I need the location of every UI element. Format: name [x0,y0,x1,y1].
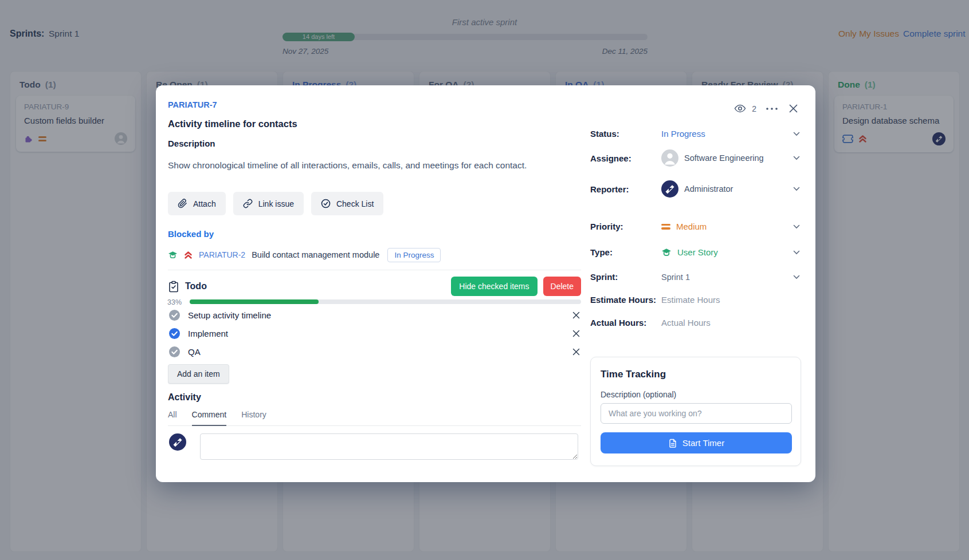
check-circle-icon [321,199,331,208]
issue-key: PARIATUR-7 [168,100,217,109]
add-item-button[interactable]: Add an item [168,364,229,384]
actual-hours-field[interactable]: Actual Hours [661,318,711,328]
graduation-cap-icon [168,251,178,259]
checklist-item: Setup activity timeline [168,309,581,322]
status-label: Status: [590,129,661,139]
type-value[interactable]: User Story [661,247,718,257]
x-icon[interactable] [571,310,581,320]
priority-label: Priority: [590,222,661,231]
activity-tabs: All Comment History [168,410,581,426]
watchers-count: 2 [752,104,756,113]
logo-avatar [661,180,678,198]
estimate-hours-row: Estimate Hours: Estimate Hours [590,295,801,305]
tab-comment[interactable]: Comment [192,410,227,426]
paperclip-icon [178,199,187,208]
time-tracking-card: Time Tracking Description (optional) Sta… [590,357,801,466]
tab-all[interactable]: All [168,410,177,425]
link-icon [243,199,253,208]
x-icon[interactable] [571,347,581,357]
priority-name: Medium [676,222,707,231]
start-timer-button[interactable]: Start Timer [601,432,792,453]
estimate-hours-label: Estimate Hours: [590,295,661,305]
chevron-down-icon[interactable] [792,131,801,137]
checklist-percent: 33% [167,298,182,306]
person-icon [661,149,678,167]
priority-row: Priority: Medium [590,222,801,231]
status-value[interactable]: In Progress [661,129,705,139]
reporter-value[interactable]: Administrator [661,180,733,198]
link-issue-button[interactable]: Link issue [233,192,304,215]
estimate-hours-field[interactable]: Estimate Hours [661,295,720,305]
assignee-label: Assignee: [590,153,661,163]
checklist-progress-fill [190,299,319,304]
check-list-label: Check List [336,199,374,208]
x-icon[interactable] [571,329,581,338]
attach-label: Attach [193,199,216,208]
hide-checked-items-button[interactable]: Hide checked items [451,277,537,296]
type-label: Type: [590,247,661,257]
delete-checklist-button[interactable]: Delete [543,277,581,296]
assignee-value[interactable]: Software Engineering [661,149,764,167]
logo-avatar [169,433,186,451]
watchers-eye-icon[interactable] [733,103,747,114]
issue-title: Activity timeline for contacts [168,119,297,129]
time-tracking-input[interactable] [601,403,792,424]
chevron-down-icon[interactable] [792,155,801,161]
description-label: Description [168,139,215,148]
chevron-down-icon[interactable] [792,186,801,192]
status-row: Status: In Progress [590,129,801,139]
divider [168,270,581,270]
blocked-issue-key[interactable]: PARIATUR-2 [199,250,245,259]
checkbox-circle-icon[interactable] [168,309,181,322]
blocked-by-label: Blocked by [168,229,214,239]
checkbox-circle-icon[interactable] [168,345,181,358]
type-name: User Story [677,247,718,257]
tab-history[interactable]: History [241,410,266,425]
double-chevron-up-icon [184,251,193,259]
blocked-issue-status-badge: In Progress [387,248,441,262]
reporter-label: Reporter: [590,184,661,194]
attach-button[interactable]: Attach [168,192,226,215]
sprint-row: Sprint: Sprint 1 [590,272,801,282]
activity-label: Activity [168,392,201,403]
checklist-progressbar [190,299,581,304]
time-tracking-description-label: Description (optional) [601,390,676,399]
priority-value[interactable]: Medium [661,222,707,231]
checklist-item-label: Setup activity timeline [188,310,271,320]
link-issue-label: Link issue [258,199,294,208]
description-text[interactable]: Show chronological timeline of all inter… [168,160,569,171]
close-icon[interactable] [787,102,799,115]
checklist-item: Implement [168,327,581,340]
issue-detail-modal: PARIATUR-7 2 Activity timeline for conta… [156,85,815,482]
checklist-item-label: QA [188,347,201,357]
file-icon [668,439,677,448]
actual-hours-label: Actual Hours: [590,318,661,328]
sprint-label: Sprint: [590,272,661,282]
check-list-button[interactable]: Check List [311,192,383,215]
clipboard-icon [168,281,179,293]
assignee-row: Assignee: Software Engineering [590,149,801,167]
checklist-item: QA [168,345,581,358]
actual-hours-row: Actual Hours: Actual Hours [590,318,801,328]
blocked-issue-row: PARIATUR-2 Build contact management modu… [168,246,441,263]
chevron-down-icon[interactable] [792,223,801,230]
type-row: Type: User Story [590,247,801,257]
todo-checklist-label: Todo [185,281,207,291]
more-menu-ellipsis-icon[interactable] [764,106,779,112]
time-tracking-title: Time Tracking [601,369,666,380]
reporter-name: Administrator [684,184,733,194]
chevron-down-icon[interactable] [792,249,801,256]
checkbox-circle-icon[interactable] [168,327,181,340]
checklist-item-label: Implement [188,329,228,338]
chevron-down-icon[interactable] [792,274,801,281]
graduation-cap-icon [661,248,672,257]
reporter-row: Reporter: Administrator [590,180,801,198]
start-timer-label: Start Timer [682,438,724,448]
comment-input[interactable] [200,433,578,460]
blocked-issue-title[interactable]: Build contact management module [252,250,379,259]
equals-icon [661,224,670,230]
sprint-value[interactable]: Sprint 1 [661,273,690,282]
assignee-name: Software Engineering [684,153,764,163]
